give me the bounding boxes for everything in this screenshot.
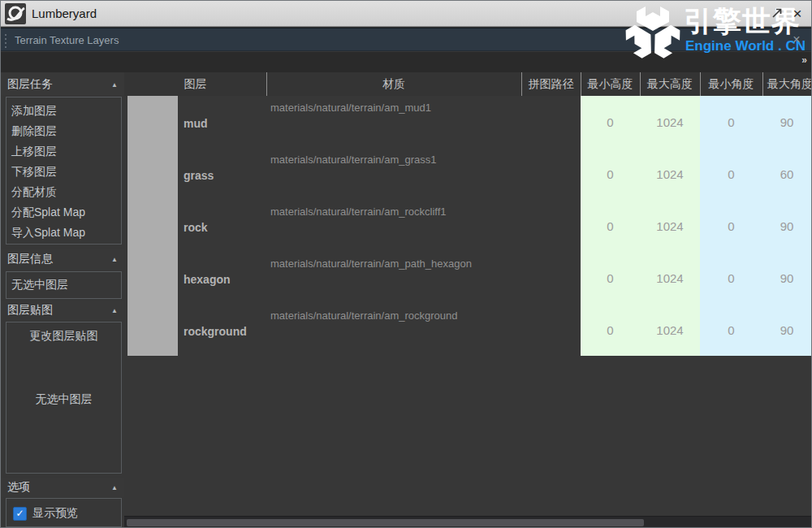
window-titlebar: Lumberyard × — [1, 1, 811, 27]
column-divider — [762, 72, 763, 96]
close-window-icon[interactable]: × — [790, 2, 805, 25]
collapse-arrow-icon[interactable]: ▲ — [111, 256, 118, 263]
collapse-arrow-icon[interactable]: ▲ — [111, 484, 118, 491]
min-angle-value[interactable]: 0 — [700, 167, 762, 181]
column-divider — [640, 72, 641, 96]
column-header-min-angle[interactable]: 最小角度 — [700, 72, 762, 96]
section-header-layer-texture: 图层贴图 ▲ — [1, 301, 124, 320]
material-path: materials/natural/terrain/am_rockcliff1 — [270, 206, 447, 218]
horizontal-scrollbar[interactable] — [124, 516, 811, 528]
options-box: ✓ 显示预览 — [6, 498, 122, 527]
material-path: materials/natural/terrain/am_grass1 — [270, 154, 436, 166]
column-divider — [700, 72, 701, 96]
min-height-value[interactable]: 0 — [581, 271, 640, 285]
task-move-layer-down[interactable]: 下移图层 — [6, 162, 121, 182]
layer-texture-box: 更改图层贴图 无选中图层 — [6, 322, 122, 474]
min-height-value[interactable]: 0 — [581, 115, 640, 129]
column-divider — [266, 72, 267, 96]
close-panel-icon[interactable]: × — [789, 29, 804, 50]
material-path: materials/natural/terrain/am_path_hexago… — [270, 258, 472, 270]
table-row-rock[interactable]: materials/natural/terrain/am_rockcliff1 … — [124, 200, 811, 252]
column-header-min-height[interactable]: 最小高度 — [581, 72, 640, 96]
no-layer-selected-text: 无选中图层 — [6, 392, 121, 407]
toolbar-strip — [1, 52, 811, 72]
min-height-value[interactable]: 0 — [581, 167, 640, 181]
section-header-options: 选项 ▲ — [1, 478, 124, 497]
popout-window-icon[interactable] — [771, 6, 784, 19]
min-angle-value[interactable]: 0 — [700, 323, 762, 337]
layer-tasks-box: 添加图层 删除图层 上移图层 下移图层 分配材质 分配Splat Map 导入S… — [6, 97, 122, 245]
panel-titlebar: Terrain Texture Layers × — [1, 28, 811, 51]
max-height-value[interactable]: 1024 — [640, 323, 700, 337]
min-angle-value[interactable]: 0 — [700, 115, 762, 129]
max-angle-value[interactable]: 90 — [762, 115, 811, 129]
task-assign-material[interactable]: 分配材质 — [6, 182, 121, 202]
max-angle-value[interactable]: 90 — [762, 323, 811, 337]
layer-name: rockground — [184, 325, 247, 338]
max-height-value[interactable]: 1024 — [640, 271, 700, 285]
column-header-material[interactable]: 材质 — [266, 72, 521, 96]
table-row-grass[interactable]: materials/natural/terrain/am_grass1 gras… — [124, 148, 811, 200]
section-header-layer-tasks: 图层任务 ▲ — [1, 73, 124, 95]
layer-name: grass — [184, 169, 214, 182]
column-header-max-height[interactable]: 最大高度 — [640, 72, 700, 96]
task-delete-layer[interactable]: 删除图层 — [6, 121, 121, 141]
overflow-chevron-icon[interactable]: » — [801, 54, 807, 66]
section-title: 选项 — [7, 478, 30, 497]
layer-name: hexagon — [184, 273, 231, 286]
show-preview-label: 显示预览 — [32, 499, 78, 526]
task-move-layer-up[interactable]: 上移图层 — [6, 141, 121, 162]
material-path: materials/natural/terrain/am_mud1 — [270, 102, 431, 114]
column-header-max-angle[interactable]: 最大角度 — [762, 72, 811, 96]
section-header-layer-info: 图层信息 ▲ — [1, 249, 124, 270]
horizontal-scrollbar-thumb[interactable] — [127, 519, 644, 526]
min-angle-value[interactable]: 0 — [700, 271, 762, 285]
window-title: Lumberyard — [32, 1, 97, 27]
section-title: 图层信息 — [7, 249, 53, 270]
max-angle-value[interactable]: 90 — [762, 271, 811, 285]
table-row-mud[interactable]: materials/natural/terrain/am_mud1 mud 0 … — [124, 96, 811, 148]
column-header-layer[interactable]: 图层 — [124, 72, 266, 96]
layer-info-box: 无选中图层 — [6, 271, 122, 299]
lumberyard-logo-icon — [5, 3, 26, 24]
min-height-value[interactable]: 0 — [581, 323, 640, 337]
terrain-texture-layers-window: Lumberyard × Terrain Texture Layers × » … — [0, 0, 812, 528]
max-angle-value[interactable]: 60 — [762, 167, 811, 181]
max-height-value[interactable]: 1024 — [640, 115, 700, 129]
task-import-splat-map[interactable]: 导入Splat Map — [6, 223, 121, 243]
max-angle-value[interactable]: 90 — [762, 219, 811, 233]
material-path: materials/natural/terrain/am_rockground — [270, 309, 458, 322]
panel-title: Terrain Texture Layers — [15, 28, 119, 52]
task-add-layer[interactable]: 添加图层 — [6, 101, 121, 121]
table-row-rockground[interactable]: materials/natural/terrain/am_rockground … — [124, 304, 811, 356]
section-title: 图层任务 — [7, 73, 53, 95]
task-assign-splat-map[interactable]: 分配Splat Map — [6, 202, 121, 223]
min-height-value[interactable]: 0 — [581, 219, 640, 233]
min-angle-value[interactable]: 0 — [700, 219, 762, 233]
change-layer-texture-button[interactable]: 更改图层贴图 — [6, 329, 121, 344]
collapse-arrow-icon[interactable]: ▲ — [111, 80, 118, 88]
max-height-value[interactable]: 1024 — [640, 219, 700, 233]
layer-name: mud — [184, 117, 208, 130]
column-divider — [581, 72, 581, 96]
table-row-hexagon[interactable]: materials/natural/terrain/am_path_hexago… — [124, 252, 811, 304]
collapse-arrow-icon[interactable]: ▲ — [111, 307, 118, 314]
layer-name: rock — [184, 221, 208, 234]
column-divider — [521, 72, 522, 96]
column-header-splat-path[interactable]: 拼图路径 — [521, 72, 581, 96]
max-height-value[interactable]: 1024 — [640, 167, 700, 181]
drag-grip-icon[interactable] — [5, 34, 6, 36]
section-title: 图层贴图 — [7, 301, 53, 320]
show-preview-checkbox[interactable]: ✓ — [13, 507, 27, 521]
no-layer-selected-text: 无选中图层 — [6, 272, 121, 297]
